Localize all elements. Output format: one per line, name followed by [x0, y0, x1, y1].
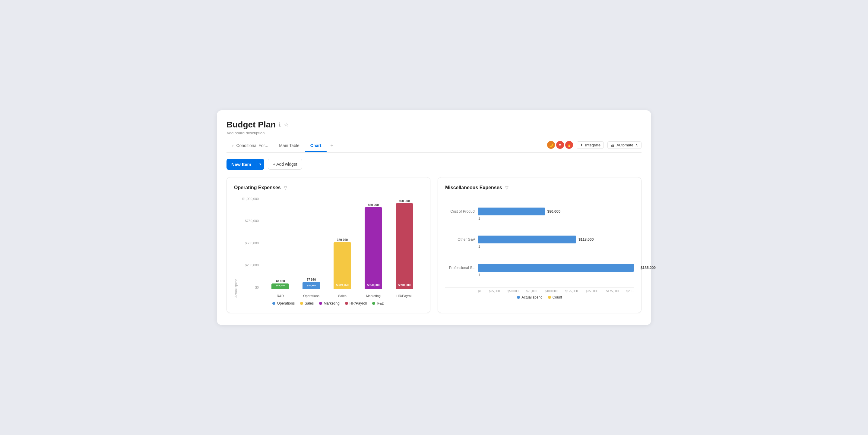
add-widget-button[interactable]: + Add widget — [268, 159, 303, 170]
x-label-sales: Sales — [334, 294, 351, 298]
add-widget-label: + Add widget — [273, 162, 298, 167]
legend-dot-sales — [300, 302, 303, 305]
legend-dot-operations — [272, 302, 275, 305]
bar-rect-sales: $389,760 — [334, 242, 351, 289]
x-label-operations: Operations — [303, 294, 320, 298]
bar-inside-rd: $48,000 — [272, 284, 289, 287]
y-label-750k: $750,000 — [245, 219, 259, 223]
bar-wrap-hrpayroll: $890,000 — [396, 203, 413, 289]
tabs-right: 🌙 M 🔥 ✦ Integrate 🖨 Automate ∧ — [547, 141, 642, 151]
hbar-value-prof: $185,000 — [641, 266, 656, 270]
hbar-label-cop: Cost of Product — [445, 207, 475, 213]
avatar-1: 🌙 — [547, 141, 555, 149]
bar-top-sales: 389 760 — [337, 238, 348, 242]
hbar-actual-cop: $80,000 — [478, 207, 634, 215]
automate-button[interactable]: 🖨 Automate ∧ — [608, 141, 642, 149]
hbar-x-75k: $75,000 — [526, 290, 537, 293]
hbar-container: Cost of Product $80,000 1 Other G&A — [445, 197, 634, 299]
x-label-hrpayroll: HR/Payroll — [396, 294, 413, 298]
more-icon-misc[interactable]: ··· — [628, 185, 634, 191]
hbar-x-200k: $20... — [626, 290, 634, 293]
integrate-button[interactable]: ✦ Integrate — [577, 141, 604, 149]
hbar-bars-gna: $118,000 1 — [478, 236, 634, 248]
new-item-dropdown-arrow[interactable]: ▾ — [256, 159, 264, 169]
tabs-row: ⌂ Conditional For... Main Table Chart + … — [226, 140, 642, 153]
tab-conditional[interactable]: ⌂ Conditional For... — [226, 141, 274, 152]
bar-inside-sales: $389,760 — [334, 283, 351, 287]
x-label-marketing: Marketing — [365, 294, 382, 298]
hbar-bars-cop: $80,000 1 — [478, 207, 634, 220]
legend-label-actual: Actual spend — [522, 295, 542, 299]
new-item-label: New Item — [226, 159, 256, 170]
filter-icon-misc[interactable]: ▽ — [505, 185, 508, 190]
hbar-count-prof: 1 — [478, 273, 634, 276]
legend-hrpayroll: HR/Payroll — [345, 301, 367, 305]
legend-dot-hrpayroll — [345, 302, 348, 305]
bar-inside-hrpayroll: $890,000 — [396, 283, 413, 287]
hbar-bars-prof: $185,000 1 — [478, 264, 634, 276]
bar-rect-rd: $48,000 — [272, 283, 289, 289]
bar-group-operations: 57 980 $57,980 — [303, 278, 320, 289]
y-axis-title: Actual spend — [234, 197, 238, 298]
bar-inside-operations: $57,980 — [303, 284, 320, 287]
legend-marketing: Marketing — [319, 301, 340, 305]
y-label-0: $0 — [255, 286, 259, 289]
y-label-1000k: $1,000,000 — [242, 197, 259, 201]
legend-misc: Actual spend Count — [445, 295, 634, 299]
filter-icon-operating[interactable]: ▽ — [284, 185, 287, 190]
hbar-item-cop: Cost of Product $80,000 1 — [445, 207, 634, 220]
bar-rect-operations: $57,980 — [303, 282, 320, 289]
avatar-3: 🔥 — [565, 141, 573, 149]
chart-title-row-misc: Miscellaneous Expenses ▽ — [445, 185, 508, 190]
hbar-x-0: $0 — [478, 290, 481, 293]
bar-rect-marketing: $850,000 — [365, 207, 382, 289]
star-icon[interactable]: ☆ — [284, 122, 289, 128]
tab-add[interactable]: + — [327, 140, 337, 153]
board-description: Add board description — [226, 131, 642, 135]
bar-wrap-operations: $57,980 — [303, 282, 320, 289]
new-item-button[interactable]: New Item ▾ — [226, 159, 264, 170]
misc-expenses-chart: Miscellaneous Expenses ▽ ··· Cost of Pro… — [438, 177, 642, 313]
tab-main-table[interactable]: Main Table — [274, 141, 305, 152]
toolbar-row: New Item ▾ + Add widget — [226, 159, 642, 170]
legend-dot-count — [548, 296, 551, 299]
avatar-2: M — [556, 141, 564, 149]
legend-label-count: Count — [553, 295, 562, 299]
integrate-icon: ✦ — [580, 143, 583, 147]
hbar-item-gna: Other G&A $118,000 1 — [445, 236, 634, 248]
chart-title-row: Operating Expenses ▽ — [234, 185, 287, 190]
hbar-x-125k: $125,000 — [565, 290, 578, 293]
chart-header-misc: Miscellaneous Expenses ▽ ··· — [445, 185, 634, 191]
y-axis: $1,000,000 $750,000 $500,000 $250,000 $0 — [238, 197, 262, 298]
bar-top-marketing: 850 000 — [368, 203, 379, 207]
operating-expenses-chart: Operating Expenses ▽ ··· Actual spend $1… — [226, 177, 430, 313]
bar-wrap-rd: $48,000 — [272, 283, 289, 289]
hbar-count-cop: 1 — [478, 216, 634, 220]
bar-group-hrpayroll: 890 000 $890,000 — [396, 199, 413, 289]
more-icon-operating[interactable]: ··· — [416, 185, 423, 191]
hbar-x-25k: $25,000 — [489, 290, 500, 293]
bars-row: 48 000 $48,000 57 980 — [262, 197, 423, 289]
avatar-icons: 🌙 M 🔥 — [547, 141, 573, 149]
operating-chart-title: Operating Expenses — [234, 185, 281, 190]
bar-group-rd: 48 000 $48,000 — [272, 279, 289, 289]
hbar-item-prof: Professional S... $185,000 1 — [445, 264, 634, 276]
page-title: Budget Plan — [226, 120, 276, 130]
hbar-x-150k: $150,000 — [586, 290, 598, 293]
x-label-rd: R&D — [272, 294, 289, 298]
tab-chart[interactable]: Chart — [305, 141, 327, 152]
bar-chart-inner: Actual spend $1,000,000 $750,000 $500,00… — [234, 197, 423, 298]
y-label-250k: $250,000 — [245, 263, 259, 267]
header-row: Budget Plan ℹ ☆ — [226, 120, 642, 130]
hbar-value-cop: $80,000 — [548, 209, 560, 213]
chart-header-operating: Operating Expenses ▽ ··· — [234, 185, 423, 191]
automate-icon: 🖨 — [611, 143, 615, 147]
hbar-fill-gna — [478, 236, 576, 243]
chevron-up-icon: ∧ — [635, 143, 638, 147]
legend-label-operations: Operations — [277, 301, 294, 305]
info-icon[interactable]: ℹ — [279, 122, 281, 128]
bar-chart-area: Actual spend $1,000,000 $750,000 $500,00… — [234, 197, 423, 305]
hbar-value-gna: $118,000 — [579, 237, 593, 242]
chart-body: 48 000 $48,000 57 980 — [262, 197, 423, 298]
bar-rect-hrpayroll: $890,000 — [396, 203, 413, 289]
